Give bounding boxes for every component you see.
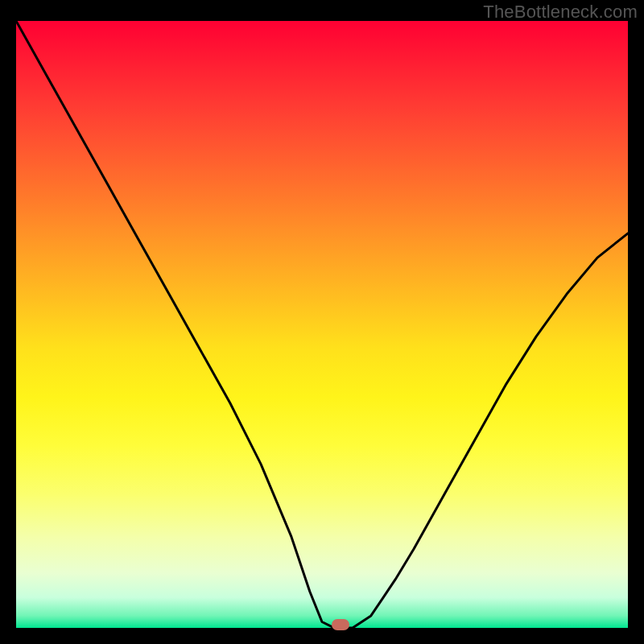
watermark-text: TheBottleneck.com	[483, 2, 638, 23]
plot-area	[16, 21, 628, 628]
bottleneck-curve	[16, 21, 628, 628]
optimal-point-marker	[332, 619, 349, 630]
